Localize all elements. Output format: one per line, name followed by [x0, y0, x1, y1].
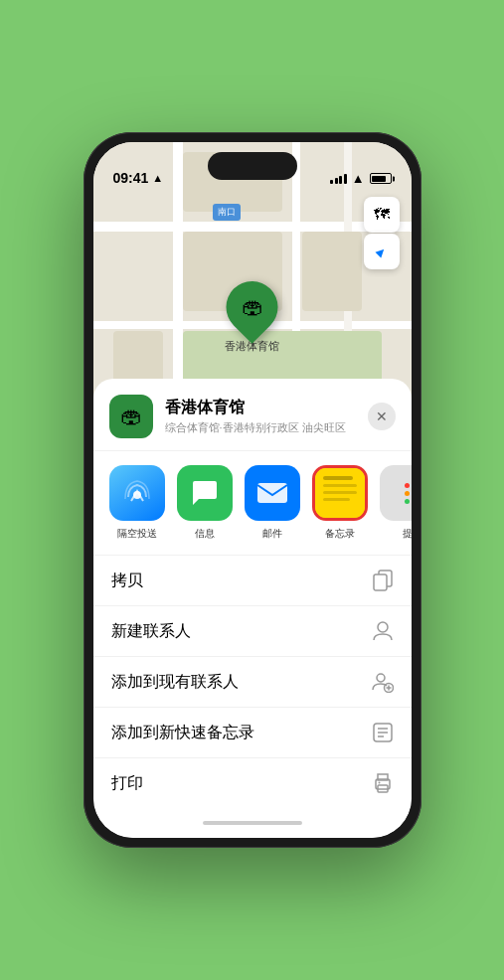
- action-quick-note-label: 添加到新快速备忘录: [111, 723, 254, 743]
- airdrop-label: 隔空投送: [117, 527, 157, 541]
- action-print[interactable]: 打印: [93, 758, 412, 808]
- battery-icon: [370, 173, 392, 184]
- messages-label: 信息: [195, 527, 215, 541]
- dot-orange: [405, 491, 410, 496]
- venue-emoji: 🏟: [120, 404, 142, 429]
- signal-bar-2: [335, 178, 338, 184]
- notes-line-2: [323, 484, 357, 487]
- new-contact-icon: [372, 620, 394, 642]
- status-time: 09:41: [113, 170, 149, 186]
- action-copy-label: 拷贝: [111, 571, 143, 591]
- more-dots: [405, 483, 410, 504]
- location-arrow-icon: ▲: [152, 172, 163, 184]
- pin-emoji: 🏟: [242, 294, 263, 320]
- messages-icon: [189, 479, 221, 507]
- action-list: 拷贝 新建联系人 添加到现有联系人: [93, 556, 412, 808]
- airdrop-icon-box: [109, 465, 165, 521]
- location-icon: ▲: [371, 241, 392, 261]
- notes-icon-box: [312, 465, 368, 521]
- venue-name: 香港体育馆: [165, 398, 368, 418]
- more-icon-box: [380, 465, 412, 521]
- action-add-contact-label: 添加到现有联系人: [111, 672, 239, 693]
- share-item-mail[interactable]: 邮件: [245, 465, 300, 541]
- phone-screen: 09:41 ▲ ▲: [93, 142, 412, 838]
- share-item-messages[interactable]: 信息: [177, 465, 233, 541]
- layers-button[interactable]: 🗺: [364, 197, 400, 233]
- battery-fill: [372, 176, 386, 182]
- layers-icon: 🗺: [374, 206, 390, 224]
- location-pin: 🏟 香港体育馆: [225, 281, 279, 354]
- mail-icon: [255, 481, 289, 505]
- dot-red: [405, 483, 410, 488]
- wifi-icon: ▲: [352, 171, 365, 186]
- svg-point-16: [378, 782, 380, 784]
- south-entrance-label: 南口: [213, 204, 241, 221]
- messages-icon-box: [177, 465, 233, 521]
- airdrop-icon: [121, 477, 153, 509]
- phone-frame: 09:41 ▲ ▲: [84, 132, 421, 848]
- venue-info: 香港体育馆 综合体育馆·香港特别行政区 油尖旺区: [165, 398, 368, 435]
- status-icons: ▲: [330, 171, 391, 186]
- more-label: 提: [403, 527, 412, 541]
- quick-note-icon: [372, 722, 394, 743]
- location-button[interactable]: ▲: [364, 234, 400, 269]
- pin-circle: 🏟: [216, 270, 289, 344]
- signal-bar-3: [339, 176, 342, 184]
- venue-icon: 🏟: [109, 395, 153, 438]
- map-controls: 🗺 ▲: [364, 197, 400, 269]
- notes-label: 备忘录: [325, 527, 355, 541]
- dot-green: [405, 499, 410, 504]
- share-item-airdrop[interactable]: 隔空投送: [109, 465, 165, 541]
- add-contact-icon: [372, 671, 394, 693]
- home-bar: [93, 808, 412, 838]
- bottom-sheet: 🏟 香港体育馆 综合体育馆·香港特别行政区 油尖旺区 ✕: [93, 379, 412, 838]
- share-item-more[interactable]: 提: [380, 465, 412, 541]
- svg-rect-3: [374, 574, 387, 590]
- share-item-notes[interactable]: 备忘录: [312, 465, 368, 541]
- signal-bar-4: [344, 174, 347, 184]
- mail-label: 邮件: [262, 527, 282, 541]
- notes-inner: [315, 468, 365, 518]
- signal-bar-1: [330, 180, 333, 184]
- block2: [302, 232, 362, 311]
- action-new-contact[interactable]: 新建联系人: [93, 606, 412, 657]
- home-indicator: [203, 821, 302, 825]
- notes-line-4: [323, 498, 350, 501]
- notes-line-1: [323, 476, 354, 480]
- notes-line-3: [323, 491, 357, 494]
- print-icon: [372, 772, 394, 794]
- copy-icon: [372, 570, 394, 591]
- svg-rect-1: [257, 483, 287, 503]
- svg-point-5: [377, 674, 385, 682]
- signal-bars: [330, 174, 347, 184]
- mail-icon-box: [245, 465, 300, 521]
- action-print-label: 打印: [111, 773, 143, 794]
- dynamic-island: [208, 152, 297, 180]
- svg-point-4: [378, 622, 388, 632]
- share-row: 隔空投送 信息: [93, 451, 412, 556]
- action-quick-note[interactable]: 添加到新快速备忘录: [93, 708, 412, 758]
- action-new-contact-label: 新建联系人: [111, 621, 191, 642]
- action-add-contact[interactable]: 添加到现有联系人: [93, 657, 412, 708]
- action-copy[interactable]: 拷贝: [93, 556, 412, 606]
- close-icon: ✕: [376, 408, 388, 424]
- close-button[interactable]: ✕: [368, 403, 396, 430]
- venue-header: 🏟 香港体育馆 综合体育馆·香港特别行政区 油尖旺区 ✕: [93, 379, 412, 451]
- venue-description: 综合体育馆·香港特别行政区 油尖旺区: [165, 420, 368, 435]
